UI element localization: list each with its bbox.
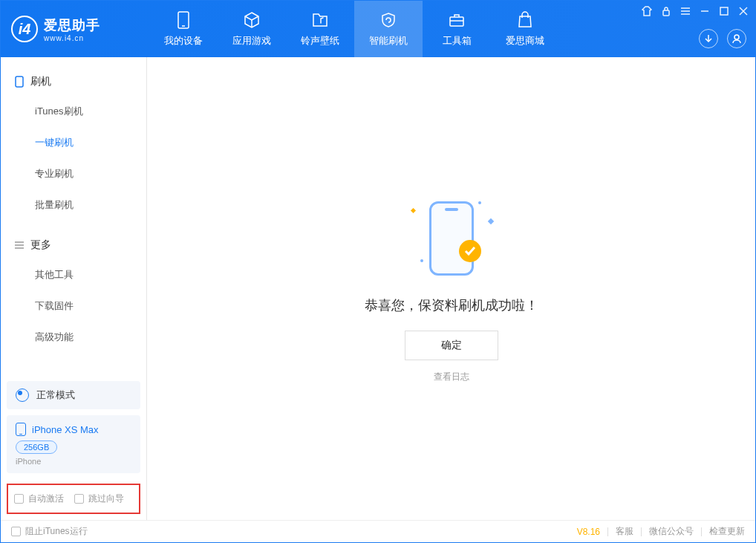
ok-button[interactable]: 确定 <box>405 331 498 360</box>
sidebar-item-advanced[interactable]: 高级功能 <box>1 322 146 353</box>
maximize-button[interactable] <box>718 5 730 17</box>
sidebar-item-download-firmware[interactable]: 下载固件 <box>1 290 146 322</box>
svg-point-14 <box>734 35 739 39</box>
svg-rect-10 <box>720 7 728 15</box>
device-mode-label: 正常模式 <box>36 388 75 402</box>
mode-icon <box>16 388 29 402</box>
checkbox-icon <box>74 494 84 504</box>
support-link[interactable]: 客服 <box>616 525 633 538</box>
sidebar-section-flash: 刷机 <box>1 68 146 96</box>
checkbox-highlight-box: 自动激活 跳过向导 <box>7 484 140 514</box>
device-capacity-badge: 256GB <box>16 440 57 454</box>
sidebar-item-pro-flash[interactable]: 专业刷机 <box>1 158 146 189</box>
checkbox-block-itunes[interactable]: 阻止iTunes运行 <box>11 525 88 538</box>
device-name: iPhone XS Max <box>32 424 99 435</box>
check-badge-icon <box>459 240 481 262</box>
checkbox-skip-wizard[interactable]: 跳过向导 <box>74 492 124 505</box>
tab-apps[interactable]: 应用游戏 <box>218 1 286 57</box>
close-button[interactable] <box>737 5 749 17</box>
phone-icon <box>174 10 193 30</box>
logo-icon: i4 <box>11 16 38 42</box>
view-log-link[interactable]: 查看日志 <box>434 371 469 383</box>
phone-small-icon <box>16 423 26 436</box>
main-tabs: 我的设备 应用游戏 铃声壁纸 智能刷机 工具箱 爱思商城 <box>149 1 559 57</box>
list-icon <box>14 240 25 250</box>
sidebar: 刷机 iTunes刷机 一键刷机 专业刷机 批量刷机 更多 其他工具 下载固件 … <box>1 57 147 520</box>
wechat-link[interactable]: 微信公众号 <box>649 525 694 538</box>
sidebar-section-more: 更多 <box>1 231 146 259</box>
sidebar-item-other-tools[interactable]: 其他工具 <box>1 259 146 290</box>
header-actions <box>699 29 746 48</box>
svg-rect-3 <box>450 17 463 26</box>
device-info-panel[interactable]: iPhone XS Max 256GB iPhone <box>7 415 140 473</box>
app-title: 爱思助手 <box>44 16 100 34</box>
tshirt-icon[interactable] <box>641 5 653 17</box>
svg-rect-15 <box>16 77 23 87</box>
app-subtitle: www.i4.cn <box>44 34 100 42</box>
sidebar-item-itunes-flash[interactable]: iTunes刷机 <box>1 96 146 127</box>
device-mode-panel[interactable]: 正常模式 <box>7 381 140 409</box>
window-controls <box>641 5 749 17</box>
app-logo: i4 爱思助手 www.i4.cn <box>1 16 149 42</box>
device-icon <box>14 77 25 87</box>
tab-ringtone[interactable]: 铃声壁纸 <box>286 1 354 57</box>
cube-icon <box>242 10 261 30</box>
tab-my-device[interactable]: 我的设备 <box>149 1 218 57</box>
statusbar: 阻止iTunes运行 V8.16 客服 微信公众号 检查更新 <box>1 520 755 542</box>
lock-icon[interactable] <box>660 5 672 17</box>
device-type: iPhone <box>16 457 131 466</box>
tab-toolbox[interactable]: 工具箱 <box>423 1 491 57</box>
tab-store[interactable]: 爱思商城 <box>491 1 559 57</box>
success-message: 恭喜您，保资料刷机成功啦！ <box>365 296 538 314</box>
svg-rect-5 <box>663 10 669 16</box>
minimize-button[interactable] <box>699 5 711 17</box>
titlebar: i4 爱思助手 www.i4.cn 我的设备 应用游戏 铃声壁纸 智能刷机 工具… <box>1 1 755 57</box>
sidebar-item-batch-flash[interactable]: 批量刷机 <box>1 189 146 221</box>
bag-icon <box>515 10 535 30</box>
checkbox-icon <box>14 494 24 504</box>
refresh-shield-icon <box>379 10 398 30</box>
check-update-link[interactable]: 检查更新 <box>709 525 745 538</box>
success-illustration <box>407 194 496 283</box>
main-content: 恭喜您，保资料刷机成功啦！ 确定 查看日志 <box>147 57 755 520</box>
sidebar-item-oneclick-flash[interactable]: 一键刷机 <box>1 127 146 158</box>
tab-flash[interactable]: 智能刷机 <box>354 1 423 57</box>
music-folder-icon <box>310 10 330 30</box>
checkbox-auto-activate[interactable]: 自动激活 <box>14 492 64 505</box>
toolbox-icon <box>447 10 466 30</box>
menu-icon[interactable] <box>680 5 691 17</box>
checkbox-icon <box>11 527 21 536</box>
user-button[interactable] <box>727 29 746 48</box>
version-label: V8.16 <box>577 527 600 537</box>
download-button[interactable] <box>699 29 718 48</box>
